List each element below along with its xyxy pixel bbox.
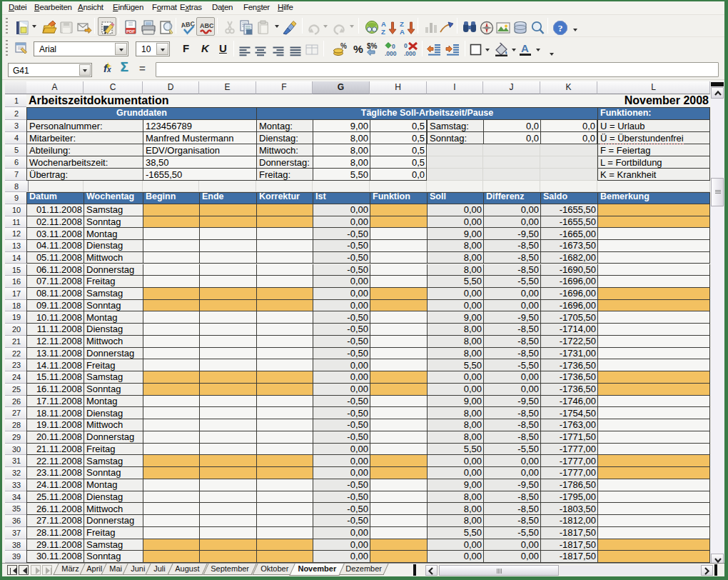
svg-text:0: 0 [404, 42, 408, 49]
svg-text:.000: .000 [404, 50, 416, 57]
svg-text:A: A [381, 20, 386, 28]
svg-text:$%: $% [367, 42, 378, 50]
svg-text:?: ? [558, 23, 563, 34]
svg-text:%: % [340, 42, 347, 50]
svg-text:Z: Z [381, 28, 385, 36]
svg-text:ABC: ABC [200, 22, 214, 29]
svg-text:.000: .000 [385, 50, 397, 57]
svg-text:A: A [400, 28, 405, 36]
svg-text:PDF: PDF [126, 29, 135, 34]
svg-text:Z: Z [400, 20, 404, 28]
svg-text:0: 0 [392, 43, 395, 50]
